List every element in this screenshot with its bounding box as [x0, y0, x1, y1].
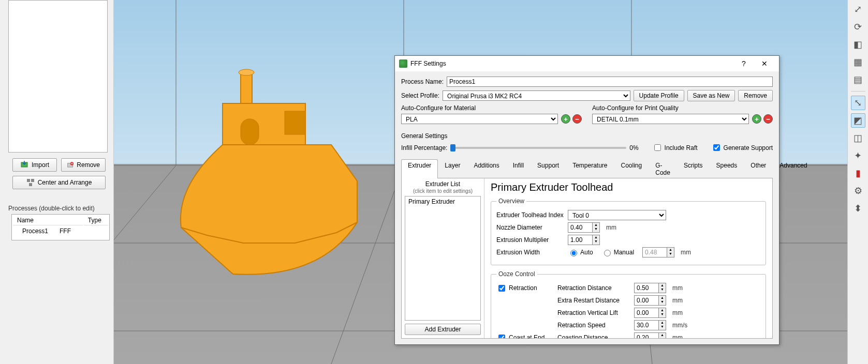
- solid-cube-icon[interactable]: ◩: [851, 113, 865, 128]
- vlift-input[interactable]: [634, 308, 659, 318]
- coasting-distance-input[interactable]: [634, 332, 659, 338]
- spinner-arrows-icon[interactable]: ▲▼: [659, 283, 666, 293]
- top-cube-icon[interactable]: ▤: [851, 72, 865, 87]
- tab-additions[interactable]: Additions: [467, 159, 506, 178]
- extruder-list-caption: Extruder List: [425, 180, 460, 188]
- settings-tabs: Extruder Layer Additions Infill Support …: [401, 159, 773, 178]
- material-select[interactable]: PLA: [401, 114, 558, 124]
- cell-name: Process1: [13, 226, 52, 236]
- dialog-titlebar[interactable]: FFF Settings ? ✕: [395, 56, 779, 71]
- tab-gcode[interactable]: G-Code: [649, 159, 677, 178]
- update-profile-button[interactable]: Update Profile: [634, 90, 684, 101]
- material-add-icon[interactable]: +: [561, 114, 570, 124]
- iso-cube-icon[interactable]: ◧: [851, 37, 865, 52]
- overview-group: Overview Extruder Toolhead Index Tool 0 …: [491, 198, 766, 265]
- expand-icon[interactable]: ⤢: [851, 2, 865, 17]
- quality-select[interactable]: DETAIL 0.1mm: [592, 114, 749, 124]
- close-button[interactable]: ✕: [754, 57, 775, 70]
- toolhead-index-select[interactable]: Tool 0: [568, 210, 666, 220]
- tab-scripts[interactable]: Scripts: [677, 159, 710, 178]
- toolhead-index-label: Extruder Toolhead Index: [496, 211, 564, 219]
- extruder-list-pane: Extruder List (click item to edit settin…: [402, 178, 484, 338]
- tab-speeds[interactable]: Speeds: [710, 159, 744, 178]
- ooze-legend: Ooze Control: [496, 270, 537, 278]
- tab-extruder[interactable]: Extruder: [401, 159, 438, 178]
- svg-line-8: [114, 165, 176, 364]
- tab-infill[interactable]: Infill: [506, 159, 531, 178]
- auto-quality-label: Auto-Configure for Print Quality: [592, 104, 773, 112]
- material-remove-icon[interactable]: −: [572, 114, 582, 124]
- tab-layer[interactable]: Layer: [438, 159, 467, 178]
- coast-checkbox[interactable]: Coast at End: [496, 333, 553, 339]
- processes-label: Processes (double-click to edit): [8, 205, 95, 212]
- svg-rect-5: [31, 179, 34, 182]
- quality-remove-icon[interactable]: −: [763, 114, 773, 124]
- add-extruder-button[interactable]: Add Extruder: [405, 324, 481, 335]
- quality-add-icon[interactable]: +: [752, 114, 761, 124]
- remove-label: Remove: [77, 161, 100, 169]
- right-toolbar: ⤢ ⟳ ◧ ▦ ▤ ⤡ ◩ ◫ ✦ ▮ ⚙ ⬍: [847, 0, 868, 364]
- processes-table[interactable]: Name Type Process1 FFF: [11, 214, 110, 240]
- retraction-distance-input[interactable]: [634, 283, 659, 293]
- rotate-icon[interactable]: ⟳: [851, 20, 865, 34]
- spinner-arrows-icon[interactable]: ▲▼: [659, 320, 666, 330]
- extruder-list[interactable]: Primary Extruder: [405, 196, 481, 321]
- spinner-arrows-icon[interactable]: ▲▼: [659, 332, 666, 338]
- model-benchy: [181, 69, 357, 275]
- svg-rect-6: [29, 183, 32, 186]
- spinner-arrows-icon[interactable]: ▲▼: [593, 222, 600, 233]
- mult-label: Extrusion Multiplier: [496, 236, 564, 244]
- spinner-arrows-icon[interactable]: ▲▼: [593, 235, 600, 245]
- import-label: Import: [32, 161, 49, 169]
- spinner-arrows-icon[interactable]: ▲▼: [659, 295, 666, 306]
- help-button[interactable]: ?: [733, 57, 754, 70]
- vlift-label: Retraction Vertical Lift: [557, 309, 630, 316]
- svg-rect-3: [71, 163, 72, 164]
- panel-title: Primary Extruder Toolhead: [491, 181, 766, 193]
- width-auto-radio[interactable]: Auto: [568, 248, 593, 256]
- width-manual-radio[interactable]: Manual: [601, 248, 634, 256]
- nozzle-input[interactable]: [568, 222, 593, 233]
- import-button[interactable]: Import: [12, 158, 57, 172]
- tab-support[interactable]: Support: [531, 159, 566, 178]
- ooze-group: Ooze Control Retraction Retraction Dista…: [491, 270, 766, 338]
- infill-slider[interactable]: [450, 147, 626, 149]
- retraction-checkbox[interactable]: Retraction: [496, 283, 553, 293]
- infill-value: 0%: [629, 144, 638, 151]
- infill-label: Infill Percentage:: [401, 144, 447, 151]
- profile-select[interactable]: Original Prusa i3 MK2 RC4: [443, 90, 630, 101]
- include-raft-checkbox[interactable]: Include Raft: [652, 143, 698, 153]
- mult-input[interactable]: [568, 235, 593, 245]
- tab-cooling[interactable]: Cooling: [614, 159, 649, 178]
- dialog-title: FFF Settings: [410, 60, 446, 67]
- tab-advanced[interactable]: Advanced: [773, 159, 814, 178]
- overhang-icon[interactable]: ⬍: [851, 201, 865, 216]
- remove-button[interactable]: Remove: [61, 158, 106, 172]
- process-name-label: Process Name:: [401, 78, 444, 85]
- spinner-arrows-icon[interactable]: ▲▼: [659, 308, 666, 318]
- table-row[interactable]: Process1 FFF: [13, 226, 83, 236]
- extruder-list-hint: (click item to edit settings): [413, 188, 473, 194]
- red-cube-icon[interactable]: ▮: [851, 166, 865, 180]
- process-name-input[interactable]: [447, 77, 773, 87]
- axes-icon[interactable]: ⤡: [851, 96, 865, 110]
- normals-icon[interactable]: ✦: [851, 148, 865, 163]
- extruder-settings-panel: Primary Extruder Toolhead Overview Extru…: [484, 178, 772, 338]
- tab-other[interactable]: Other: [744, 159, 773, 178]
- model-list[interactable]: [8, 0, 108, 153]
- remove-profile-button[interactable]: Remove: [738, 90, 773, 101]
- fff-settings-dialog: FFF Settings ? ✕ Process Name: Select Pr…: [394, 55, 779, 345]
- save-as-new-button[interactable]: Save as New: [687, 90, 735, 101]
- center-arrange-button[interactable]: Center and Arrange: [12, 176, 106, 189]
- retraction-speed-input[interactable]: [634, 320, 659, 330]
- gear-icon[interactable]: ⚙: [851, 184, 865, 198]
- col-name[interactable]: Name: [13, 216, 83, 225]
- tab-temperature[interactable]: Temperature: [566, 159, 614, 178]
- generate-support-checkbox[interactable]: Generate Support: [711, 143, 773, 153]
- list-item[interactable]: Primary Extruder: [405, 196, 480, 207]
- extra-restart-input[interactable]: [634, 295, 659, 306]
- svg-rect-19: [241, 72, 252, 103]
- wire-cube-icon[interactable]: ◫: [851, 131, 865, 145]
- col-type[interactable]: Type: [84, 216, 108, 225]
- front-cube-icon[interactable]: ▦: [851, 55, 865, 69]
